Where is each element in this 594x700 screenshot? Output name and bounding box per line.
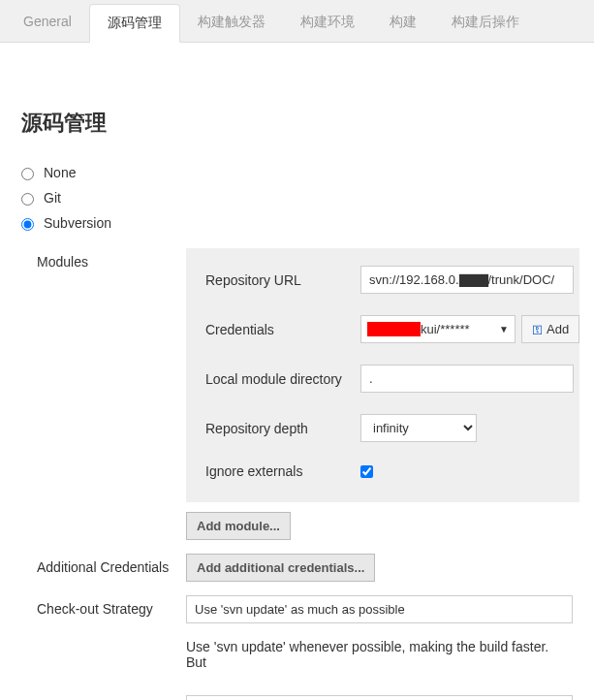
credentials-label: Credentials	[205, 322, 360, 337]
credentials-value: kui/******	[421, 322, 470, 336]
scm-label-svn: Subversion	[44, 215, 111, 231]
add-module-button[interactable]: Add module...	[186, 512, 291, 540]
repo-browser-input[interactable]	[186, 695, 573, 700]
credentials-select[interactable]: kui/****** ▼	[360, 315, 516, 343]
depth-select[interactable]: infinity	[360, 414, 477, 442]
scm-label-git: Git	[44, 190, 61, 206]
scm-radio-git[interactable]	[21, 193, 34, 206]
modules-label: Modules	[21, 248, 186, 270]
checkout-strategy-input[interactable]	[186, 595, 573, 623]
module-panel: Repository URL Credentials kui/****** ▼	[186, 248, 579, 502]
checkout-strategy-label: Check-out Strategy	[21, 595, 186, 617]
repo-url-input[interactable]	[360, 266, 574, 294]
ignore-externals-label: Ignore externals	[205, 463, 360, 479]
ignore-externals-checkbox[interactable]	[360, 465, 373, 478]
depth-label: Repository depth	[205, 421, 360, 436]
scm-radio-svn[interactable]	[21, 218, 34, 231]
add-button-label: Add	[547, 322, 569, 336]
scm-radio-none[interactable]	[21, 168, 34, 180]
config-tabs: General 源码管理 构建触发器 构建环境 构建 构建后操作	[0, 0, 594, 43]
additional-creds-label: Additional Credentials	[21, 554, 186, 575]
add-additional-credentials-button[interactable]: Add additional credentials...	[186, 554, 375, 582]
tab-general[interactable]: General	[6, 4, 89, 42]
key-icon: ⚿	[532, 324, 543, 335]
tab-scm[interactable]: 源码管理	[89, 4, 180, 43]
scm-label-none: None	[44, 165, 76, 180]
section-title: 源码管理	[21, 109, 573, 138]
tab-post[interactable]: 构建后操作	[434, 4, 537, 42]
local-dir-input[interactable]	[360, 365, 574, 393]
chevron-down-icon: ▼	[499, 324, 509, 334]
tab-build[interactable]: 构建	[372, 4, 434, 42]
tab-triggers[interactable]: 构建触发器	[180, 4, 283, 42]
add-credentials-button[interactable]: ⚿ Add	[521, 315, 579, 343]
repo-browser-label: 源码库浏览器	[21, 695, 186, 700]
repo-url-label: Repository URL	[205, 272, 360, 288]
local-dir-label: Local module directory	[205, 371, 360, 387]
credentials-redacted	[367, 322, 421, 336]
tab-env[interactable]: 构建环境	[283, 4, 372, 42]
checkout-strategy-help: Use 'svn update' whenever possible, maki…	[186, 623, 573, 682]
